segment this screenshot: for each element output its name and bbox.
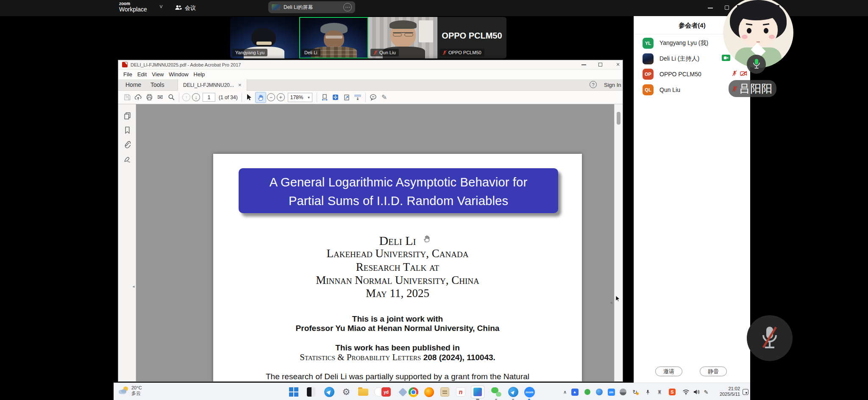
page-number-input[interactable] (203, 93, 215, 102)
invite-button[interactable]: 邀请 (655, 367, 682, 376)
select-tool-icon[interactable] (244, 92, 255, 103)
help-icon[interactable]: ? (590, 81, 597, 88)
video-name-label: Deli Li (301, 49, 320, 56)
anime-eye-right (764, 28, 768, 33)
windows-start-button[interactable] (288, 386, 299, 397)
collapse-right-panel-icon[interactable]: ◄ (609, 301, 613, 305)
volume-icon[interactable] (693, 388, 700, 396)
participant-row-yangyang[interactable]: YL Yangyang Lyu (我) (643, 36, 708, 50)
person-glasses (326, 36, 342, 39)
sign-in-link[interactable]: Sign In (604, 82, 621, 88)
scrolling-mode-icon[interactable] (319, 92, 330, 103)
tray-sync-icon[interactable]: ↻ (631, 388, 639, 396)
tab-close-icon[interactable]: × (238, 82, 242, 88)
acrobat-restore-icon[interactable] (598, 63, 602, 67)
tray-green-app-icon[interactable] (584, 388, 591, 396)
tray-expand-chevron[interactable]: ∧ (561, 388, 569, 396)
tray-castle-icon[interactable]: ♜ (656, 388, 663, 396)
previous-page-icon[interactable]: ↑ (182, 93, 190, 101)
hand-tool-icon[interactable] (255, 92, 266, 103)
tab-tools[interactable]: Tools (150, 81, 164, 88)
video-tile-yangyang-lyu[interactable]: Yangyang Lyu (230, 17, 299, 58)
youdao-dict-icon[interactable]: yd (381, 386, 392, 397)
tab-home[interactable]: Home (125, 81, 141, 88)
wechat-icon[interactable] (491, 386, 502, 397)
collapse-left-panel-icon[interactable]: ◄ (132, 285, 135, 289)
bookmarks-icon[interactable] (124, 126, 131, 134)
zoom-level-select[interactable]: 178% ▾ (288, 93, 312, 102)
diamond-app-icon[interactable] (397, 386, 408, 397)
next-page-icon[interactable]: ↓ (192, 93, 200, 101)
comment-icon[interactable] (368, 92, 379, 103)
slide-affiliation: Lakehead University, Canada (213, 247, 582, 260)
zoom-out-icon[interactable]: − (267, 93, 275, 101)
search-icon[interactable] (166, 92, 177, 103)
rocket-app-icon-2[interactable] (508, 386, 519, 397)
zoom-in-icon[interactable]: + (277, 93, 285, 101)
tray-s-app-icon[interactable]: S (668, 388, 676, 396)
tab-meeting[interactable]: 会议 (185, 4, 196, 12)
clock[interactable]: 21:02 2025/5/11 (710, 386, 740, 397)
settings-gear-icon[interactable]: ⚙ (341, 386, 352, 397)
video-tile-deli-li[interactable]: Deli Li (299, 17, 368, 58)
dark-app-icon[interactable] (306, 386, 317, 397)
photos-app-icon-active[interactable] (471, 386, 484, 398)
oppo-big-label: OPPO PCLM50 (442, 31, 502, 41)
wifi-icon[interactable] (682, 388, 690, 396)
participant-row-deli[interactable]: Deli Li (主持人) (643, 52, 699, 66)
menu-file[interactable]: File (121, 70, 135, 79)
scrollbar-thumb[interactable] (617, 112, 620, 125)
fit-page-icon[interactable] (330, 92, 341, 103)
firefox-browser-icon[interactable] (423, 386, 434, 397)
vertical-scrollbar[interactable] (614, 104, 623, 381)
print-icon[interactable] (144, 92, 155, 103)
mute-button[interactable]: 静音 (700, 367, 727, 376)
menu-edit[interactable]: Edit (135, 70, 149, 79)
mic-muted-icon (442, 50, 447, 56)
restore-window-icon[interactable] (725, 6, 729, 10)
tab-document[interactable]: DELI_LI-FJMNNU20... × (178, 79, 247, 91)
notification-center-icon[interactable] (742, 388, 749, 396)
share-cloud-icon[interactable] (133, 92, 144, 103)
menu-window[interactable]: Window (166, 70, 191, 79)
tray-mic-icon[interactable] (644, 388, 651, 396)
chevron-down-icon[interactable]: ˅ (159, 3, 163, 10)
minimize-window-icon[interactable] (708, 8, 713, 8)
highlighter-icon[interactable]: ✎ (379, 92, 390, 103)
participant-row-qun[interactable]: QL Qun Liu (643, 83, 680, 97)
tray-zoom-zm-icon[interactable]: zm (607, 388, 615, 396)
toolbar-separator (365, 93, 366, 102)
menu-view[interactable]: View (149, 70, 166, 79)
acrobat-close-icon[interactable]: × (616, 61, 620, 68)
zoom-app-icon[interactable]: zoom (524, 386, 535, 397)
tray-mountain-app-icon[interactable]: ▲ (571, 388, 579, 396)
document-canvas[interactable]: A General Logarithmic Asymptotic Behavio… (136, 104, 614, 381)
rocket-app-icon[interactable] (324, 386, 335, 397)
video-tile-oppo[interactable]: OPPO PCLM50 OPPO PCLM50 (437, 17, 506, 58)
participant-row-oppo[interactable]: OP OPPO PCLM50 (643, 67, 701, 81)
weather-widget[interactable]: 20°C 多云 (119, 385, 142, 396)
video-tile-qun-liu[interactable]: Qun Liu (368, 17, 437, 58)
more-options-icon[interactable]: ⋯ (343, 3, 352, 11)
page-thumbnails-icon[interactable] (123, 112, 131, 120)
save-icon[interactable] (122, 92, 133, 103)
ruler-tool-icon[interactable] (352, 92, 363, 103)
acrobat-minimize-icon[interactable] (581, 64, 586, 65)
file-explorer-icon[interactable] (358, 386, 369, 397)
fullscreen-icon[interactable] (341, 92, 352, 103)
attachments-icon[interactable] (123, 140, 131, 148)
video-strip: Yangyang Lyu Deli Li Qun Liu OPPO PCLM50 (230, 17, 506, 58)
tray-blue-app-icon[interactable] (595, 388, 603, 396)
pen-icon[interactable]: ✎ (702, 388, 710, 396)
tray-husky-app-icon[interactable] (619, 388, 627, 396)
red-n-app-icon[interactable]: n (455, 386, 466, 397)
email-icon[interactable]: ✉ (155, 92, 166, 103)
video-name-label: Qun Liu (370, 49, 399, 56)
pdf-page: A General Logarithmic Asymptotic Behavio… (213, 154, 582, 381)
chrome-browser-icon[interactable] (408, 386, 419, 397)
signature-icon[interactable] (123, 155, 131, 163)
menu-help[interactable]: Help (191, 70, 208, 79)
screen-share-pill[interactable]: Deli Li的屏幕 ⋯ (268, 1, 355, 13)
notes-app-icon[interactable] (439, 386, 450, 397)
video-name: Yangyang Lyu (235, 50, 264, 55)
